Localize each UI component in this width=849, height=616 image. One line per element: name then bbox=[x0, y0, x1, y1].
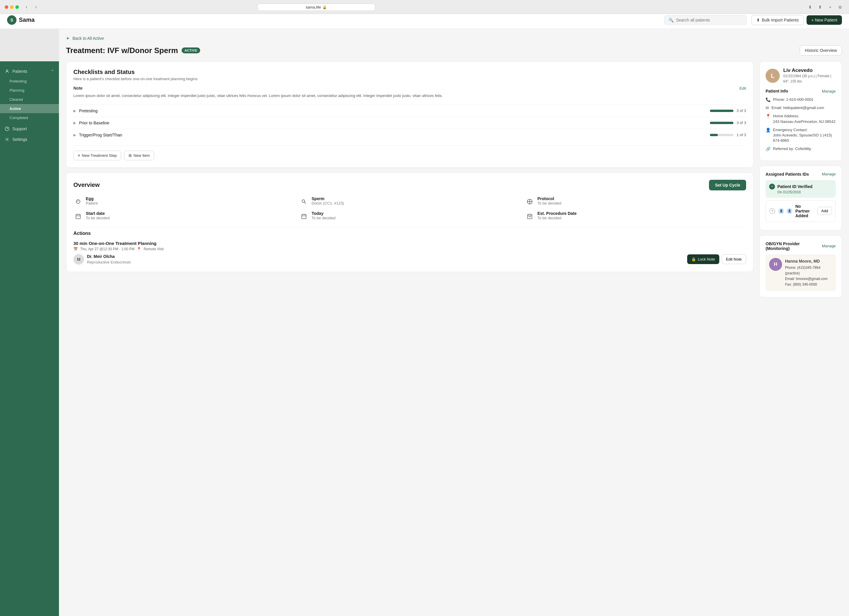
sidebar-item-cleared[interactable]: Cleared bbox=[0, 95, 59, 104]
checklists-subtitle: Here is a patient's checklist before one… bbox=[73, 77, 746, 81]
sidebar-item-planning[interactable]: Planning bbox=[0, 86, 59, 95]
patient-address-row: 📍 Home Address:243 Nassau AvePrinceton, … bbox=[766, 113, 836, 124]
expand-baseline-icon[interactable]: ▶ bbox=[73, 121, 76, 125]
protocol-label: Protocol bbox=[538, 196, 561, 201]
provider-fax: Fax: (800) 346-0000 bbox=[785, 282, 832, 287]
edit-note-link[interactable]: Edit bbox=[740, 86, 746, 91]
patient-referred-row: 🔗 Referred by: Cofertility bbox=[766, 146, 836, 152]
setup-cycle-button[interactable]: Set Up Cycle bbox=[709, 180, 746, 190]
minimize-button[interactable] bbox=[10, 5, 13, 9]
tabs-icon[interactable]: ⧉ bbox=[836, 3, 844, 11]
new-patient-button[interactable]: + New Patient bbox=[807, 15, 842, 25]
email-icon: ✉ bbox=[766, 106, 769, 110]
patient-avatar: L bbox=[766, 69, 780, 83]
overview-sperm: Sperm Donor (CC1, #123) bbox=[299, 196, 520, 206]
search-bar[interactable]: 🔍 bbox=[664, 15, 747, 25]
obgyn-manage-link[interactable]: Manage bbox=[822, 244, 836, 248]
forward-nav-button[interactable]: › bbox=[32, 3, 40, 11]
breadcrumb-text: Back to All Active bbox=[73, 36, 104, 41]
support-icon bbox=[5, 126, 9, 131]
traffic-lights bbox=[5, 5, 19, 9]
assigned-ids-manage-link[interactable]: Manage bbox=[822, 172, 836, 176]
progress-text-trigger: 1 of 3 bbox=[736, 132, 746, 137]
patient-id-verified-label: Patient ID Verified bbox=[778, 184, 832, 189]
overview-start-date: Start date To be decided bbox=[73, 211, 295, 221]
est-procedure-value: To be decided bbox=[538, 216, 576, 220]
overview-protocol: Protocol To be decided bbox=[525, 196, 746, 206]
svg-point-4 bbox=[302, 199, 305, 202]
provider-email: Email: hmoore@gmail.com bbox=[785, 276, 832, 282]
svg-rect-16 bbox=[528, 214, 532, 219]
overview-title: Overview bbox=[73, 182, 100, 188]
url-text: sama.life bbox=[306, 5, 321, 9]
lock-note-button[interactable]: 🔒 Lock Note bbox=[687, 254, 719, 264]
lock-icon: 🔒 bbox=[691, 257, 696, 262]
sperm-value: Donor (CC1, #123) bbox=[311, 201, 344, 205]
today-icon bbox=[299, 211, 309, 221]
doctor-role: Reproductive Endocrinolo bbox=[87, 260, 131, 264]
sidebar-item-pretesting[interactable]: Pretesting bbox=[0, 77, 59, 86]
new-tab-icon[interactable]: + bbox=[826, 3, 834, 11]
patient-info-title: Patient Info bbox=[766, 89, 788, 94]
new-item-label: New Item bbox=[134, 153, 150, 158]
location-icon: 📍 bbox=[137, 247, 141, 251]
appointment-name: 30 min One-on-One Treatment Planning bbox=[73, 241, 746, 246]
patient-name: Liv Acevedo bbox=[783, 67, 831, 73]
back-nav-button[interactable]: ‹ bbox=[22, 3, 31, 11]
overview-grid: Egg Patient Sperm Donor (CC1, bbox=[73, 196, 746, 221]
edit-note-button[interactable]: Edit Note bbox=[722, 254, 746, 264]
download-icon[interactable]: ⬇ bbox=[806, 3, 814, 11]
edit-note-label: Edit Note bbox=[726, 257, 742, 262]
new-item-button[interactable]: ⊞ New Item bbox=[124, 150, 154, 160]
support-label: Support bbox=[12, 126, 27, 131]
expand-trigger-icon[interactable]: ▶ bbox=[73, 133, 76, 137]
upload-icon: ⬆ bbox=[757, 18, 760, 22]
search-icon: 🔍 bbox=[669, 18, 673, 22]
checklists-title: Checklists and Status bbox=[73, 69, 746, 76]
address-bar[interactable]: sama.life 🔒 bbox=[257, 3, 375, 11]
lock-note-label: Lock Note bbox=[698, 257, 715, 262]
settings-icon bbox=[5, 137, 9, 142]
lock-icon: 🔒 bbox=[322, 5, 327, 9]
setup-cycle-label: Set Up Cycle bbox=[715, 183, 740, 187]
sidebar-item-support[interactable]: Support bbox=[0, 123, 59, 134]
historic-overview-button[interactable]: Historic Overview bbox=[800, 45, 842, 55]
close-button[interactable] bbox=[5, 5, 8, 9]
overview-est-procedure: Est. Procedure Date To be decided bbox=[525, 211, 746, 221]
checklist-pretesting-label: Pretesting bbox=[79, 109, 710, 113]
breadcrumb[interactable]: Back to All Active bbox=[66, 36, 842, 41]
patient-info-manage-link[interactable]: Manage bbox=[822, 89, 836, 94]
progress-bar-trigger bbox=[710, 134, 733, 136]
app-logo: S Sama bbox=[7, 15, 34, 25]
progress-bar-baseline bbox=[710, 122, 733, 124]
patient-email: hellopatient@gmail.com bbox=[783, 106, 824, 110]
settings-label: Settings bbox=[12, 137, 27, 142]
obgyn-title: OB/GYN Provider(Monitoring) bbox=[766, 241, 800, 251]
new-patient-label: + New Patient bbox=[811, 18, 837, 22]
patient-email-row: ✉ Email: hellopatient@gmail.com bbox=[766, 105, 836, 110]
sidebar-item-settings[interactable]: Settings bbox=[0, 134, 59, 145]
patient-card: L Liv Acevedo 01/15/1984 (30 y.o.) | Fem… bbox=[760, 61, 842, 161]
expand-pretesting-icon[interactable]: ▶ bbox=[73, 109, 76, 113]
est-procedure-icon bbox=[525, 211, 535, 221]
sidebar-item-patients[interactable]: Patients ⌃ bbox=[0, 66, 59, 77]
referred-icon: 🔗 bbox=[766, 146, 771, 151]
id-item-no-partner: ? 👤 👤 No Partner Added Add bbox=[766, 200, 836, 222]
sidebar-item-active[interactable]: Active bbox=[0, 104, 59, 113]
checklist-baseline-label: Prior to Baseline bbox=[79, 121, 710, 125]
start-date-value: To be decided bbox=[86, 216, 110, 220]
sperm-icon bbox=[299, 197, 309, 206]
bulk-import-button[interactable]: ⬆ Bulk Import Patients bbox=[751, 15, 804, 25]
add-partner-button[interactable]: Add bbox=[818, 207, 832, 215]
new-treatment-step-button[interactable]: ≡ New Treatment Step bbox=[73, 150, 121, 160]
verified-check-icon: ✓ bbox=[769, 184, 775, 189]
est-procedure-label: Est. Procedure Date bbox=[538, 211, 576, 216]
share-icon[interactable]: ⬆ bbox=[816, 3, 824, 11]
appointment-datetime: Thu, Apr 27 @12:30 PM - 1:00 PM bbox=[80, 247, 134, 251]
logo-icon: S bbox=[7, 15, 16, 25]
person-icon: 👤 bbox=[766, 128, 771, 132]
sidebar-item-completed[interactable]: Completed bbox=[0, 113, 59, 122]
maximize-button[interactable] bbox=[15, 5, 19, 9]
search-input[interactable] bbox=[676, 18, 742, 22]
action-item: 30 min One-on-One Treatment Planning 📅 T… bbox=[73, 241, 746, 265]
